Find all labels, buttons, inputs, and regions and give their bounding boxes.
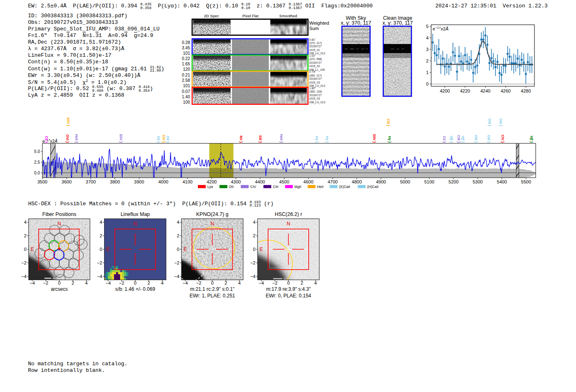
svg-text:2: 2 xyxy=(147,281,150,285)
svg-text:0.0: 0.0 xyxy=(34,171,40,175)
svg-text:20190727: 20190727 xyxy=(309,61,322,64)
svg-text:m:21.1 rc:2.9" s:0.1": m:21.1 rc:2.9" s:0.1" xyxy=(190,286,235,292)
svg-text:2D Spec: 2D Spec xyxy=(204,14,219,18)
svg-text:4: 4 xyxy=(426,35,428,40)
svg-text:0: 0 xyxy=(100,247,102,252)
svg-text:CIV: CIV xyxy=(250,185,256,189)
svg-text:3900: 3900 xyxy=(134,179,144,184)
svg-text:arcsecs: arcsecs xyxy=(51,286,67,292)
svg-text:Hγ }: Hγ } xyxy=(388,136,392,143)
svg-text:N: N xyxy=(58,221,61,227)
svg-text:Hβ }: Hβ } xyxy=(461,136,465,143)
svg-text:SiII }: SiII } xyxy=(258,135,262,143)
svg-text:0: 0 xyxy=(24,247,26,252)
svg-text:−4: −4 xyxy=(250,274,255,279)
svg-text:x, y: 370, 117: x, y: 370, 117 xyxy=(382,20,413,26)
svg-text:MgII: MgII xyxy=(295,185,302,189)
svg-text:−2: −2 xyxy=(272,281,278,285)
svg-text:N: N xyxy=(133,221,137,227)
svg-text:OIII }: OIII } xyxy=(488,118,492,127)
svg-text:2: 2 xyxy=(225,281,227,285)
svg-text:Pixel Flat: Pixel Flat xyxy=(242,14,258,18)
svg-text:Sum: Sum xyxy=(309,26,319,31)
svg-text:4: 4 xyxy=(314,281,317,285)
svg-text:1.65: 1.65 xyxy=(182,62,190,66)
svg-text:Weighted: Weighted xyxy=(309,21,329,26)
svg-text:0: 0 xyxy=(177,247,179,252)
svg-text:4: 4 xyxy=(24,220,26,225)
svg-text:Hγ }: Hγ } xyxy=(325,136,329,143)
svg-text:CIII }: CIII } xyxy=(457,135,461,143)
svg-text:v015_03: v015_03 xyxy=(309,81,320,84)
svg-text:2: 2 xyxy=(24,233,26,238)
svg-text:−4: −4 xyxy=(183,281,188,285)
svg-text:5: 5 xyxy=(426,24,428,29)
svg-text:Hβ }: Hβ } xyxy=(449,136,453,143)
svg-text:2: 2 xyxy=(100,233,102,238)
svg-text:Smoothed: Smoothed xyxy=(279,14,297,18)
svg-text:−4: −4 xyxy=(174,274,179,279)
svg-text:CIV }: CIV } xyxy=(162,135,166,143)
svg-text:4700: 4700 xyxy=(327,179,337,184)
svg-text:0.22: 0.22 xyxy=(182,56,190,61)
svg-text:OII: OII xyxy=(229,185,234,189)
svg-text:CIII }: CIII } xyxy=(386,118,390,126)
svg-text:N: N xyxy=(287,221,290,227)
svg-text:KPNO(24.7) g: KPNO(24.7) g xyxy=(196,211,229,217)
svg-text:3600: 3600 xyxy=(62,179,72,184)
svg-text:2.58: 2.58 xyxy=(182,78,190,83)
svg-text:0: 0 xyxy=(58,281,60,285)
svg-text:SiIV }: SiIV } xyxy=(119,134,123,143)
svg-text:(K)CaII: (K)CaII xyxy=(339,185,350,189)
svg-text:3: 3 xyxy=(426,47,428,52)
svg-text:OVI }: OVI } xyxy=(65,135,70,143)
svg-text:v015_02: v015_02 xyxy=(309,65,320,68)
svg-text:4: 4 xyxy=(177,220,179,225)
svg-text:(369, 126): (369, 126) xyxy=(309,90,322,93)
svg-text:OII }: OII } xyxy=(166,136,170,143)
svg-text:x, y: 370, 117: x, y: 370, 117 xyxy=(341,20,371,26)
svg-text:5100: 5100 xyxy=(424,179,434,184)
svg-text:100: 100 xyxy=(183,100,190,104)
svg-text:1.80": 1.80" xyxy=(309,87,316,90)
svg-text:(369, 117): (369, 117) xyxy=(309,74,322,77)
svg-text:E: E xyxy=(31,246,34,252)
svg-text:120: 120 xyxy=(183,67,190,72)
svg-text:4280: 4280 xyxy=(521,88,531,93)
svg-text:(H)CaII: (H)CaII xyxy=(367,185,379,189)
svg-text:3.45: 3.45 xyxy=(182,46,190,50)
svg-text:4600: 4600 xyxy=(303,179,313,184)
svg-text:Hγ }: Hγ } xyxy=(315,136,319,143)
svg-text:−4: −4 xyxy=(21,274,27,279)
svg-text:4: 4 xyxy=(253,220,255,225)
svg-text:CIV }: CIV } xyxy=(501,135,505,143)
svg-text:e−17x2Å: e−17x2Å xyxy=(433,26,449,31)
svg-text:4220: 4220 xyxy=(460,88,470,93)
svg-text:4000: 4000 xyxy=(158,179,168,184)
svg-text:4200: 4200 xyxy=(207,179,216,184)
svg-text:0.73": 0.73" xyxy=(309,70,316,73)
svg-text:4500: 4500 xyxy=(279,179,289,184)
svg-text:5.0: 5.0 xyxy=(34,149,40,154)
svg-text:−2: −2 xyxy=(43,281,49,285)
svg-text:1.01": 1.01" xyxy=(309,54,316,57)
svg-text:4: 4 xyxy=(238,281,241,285)
svg-text:101: 101 xyxy=(183,51,190,56)
svg-text:4400: 4400 xyxy=(255,179,265,184)
svg-text:−4: −4 xyxy=(259,281,264,285)
svg-text:HeII: HeII xyxy=(317,185,324,189)
svg-text:OII }: OII } xyxy=(156,136,160,143)
svg-text:0.28: 0.28 xyxy=(182,40,190,45)
svg-text:1.40: 1.40 xyxy=(182,95,190,99)
svg-text:0: 0 xyxy=(426,81,428,86)
svg-text:−2: −2 xyxy=(196,281,202,285)
svg-text:5000: 5000 xyxy=(400,179,410,184)
svg-text:5200: 5200 xyxy=(448,179,458,184)
svg-text:2: 2 xyxy=(177,233,179,238)
svg-text:OIII }: OIII } xyxy=(474,135,478,143)
svg-text:v015_03: v015_03 xyxy=(309,97,320,100)
svg-text:0.07: 0.07 xyxy=(182,89,190,94)
svg-text:−4: −4 xyxy=(30,281,35,285)
svg-text:−2: −2 xyxy=(97,260,102,265)
svg-text:Lyα: Lyα xyxy=(207,185,213,189)
